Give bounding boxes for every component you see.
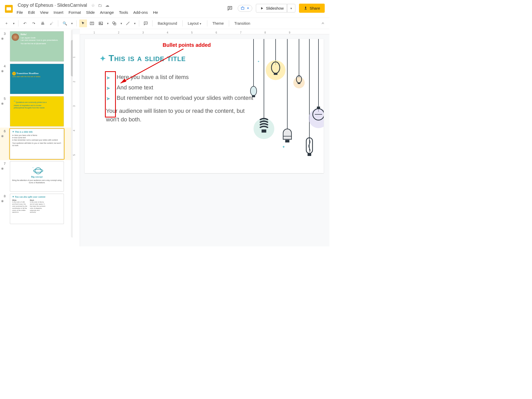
shape-tool[interactable]: [110, 19, 118, 27]
shape-caret[interactable]: ▼: [119, 19, 123, 27]
svg-rect-1: [6, 7, 11, 10]
menu-slide[interactable]: Slide: [86, 10, 95, 15]
slides-logo[interactable]: [3, 3, 15, 15]
undo-button[interactable]: ↶: [21, 19, 29, 27]
svg-point-17: [34, 173, 35, 173]
comments-icon[interactable]: [226, 4, 234, 12]
animation-icon: ◉: [1, 134, 8, 138]
line-caret[interactable]: ▼: [133, 19, 136, 27]
layout-button[interactable]: Layout▼: [185, 21, 204, 25]
canvas-area: 123456789 12345 ✦This is a slide title ➤…: [73, 29, 329, 246]
move-icon[interactable]: 🗀: [98, 3, 102, 8]
svg-text:✦: ✦: [282, 145, 285, 149]
menu-help[interactable]: He: [153, 10, 158, 15]
print-button[interactable]: 🖶: [39, 19, 46, 27]
svg-point-29: [309, 108, 324, 128]
background-button[interactable]: Background: [155, 21, 180, 25]
menu-tools[interactable]: Tools: [119, 10, 128, 15]
animation-icon: ◉: [1, 37, 8, 40]
animation-icon: ◉: [1, 199, 8, 203]
slide-paragraph: Your audience will listen to you or read…: [106, 107, 257, 124]
share-label: Share: [310, 6, 320, 10]
slide-thumbnail[interactable]: Hello! I am Jayden Smith I am here becau…: [10, 31, 64, 62]
thumbnail-row[interactable]: 8 ◉ ✦ You can also split your content Wh…: [0, 193, 73, 225]
svg-point-27: [266, 60, 285, 80]
animation-icon: ◉: [1, 167, 8, 170]
thumb-number: 7: [1, 161, 8, 166]
line-tool[interactable]: [124, 19, 132, 27]
svg-rect-4: [241, 7, 244, 9]
slide-canvas[interactable]: ✦This is a slide title ➤Here you have a …: [85, 39, 324, 173]
thumbnail-panel: 3 ◉ Hello! I am Jayden Smith I am here b…: [0, 29, 73, 246]
app-header: Copy of Ephesus · SlidesCarnival ☆ 🗀 ☁ F…: [0, 0, 329, 18]
svg-rect-41: [308, 153, 311, 156]
thumb-number: 6: [1, 129, 8, 133]
zoom-caret[interactable]: ▼: [70, 19, 74, 27]
lightbulb-decoration: ✦ ✦: [248, 39, 324, 173]
slideshow-button[interactable]: Slideshow: [256, 4, 288, 12]
svg-text:✦: ✦: [257, 60, 260, 63]
slide-thumbnail[interactable]: Big concept Bring the attention of your …: [10, 161, 64, 192]
transition-button[interactable]: Transition: [232, 21, 253, 25]
textbox-tool[interactable]: [88, 19, 96, 27]
svg-rect-34: [262, 129, 266, 133]
document-title[interactable]: Copy of Ephesus · SlidesCarnival: [17, 2, 88, 9]
select-tool[interactable]: [79, 19, 87, 27]
svg-rect-33: [298, 82, 300, 84]
thumb-number: 3: [1, 31, 8, 36]
animation-icon: ◉: [1, 102, 8, 105]
slide-thumbnail-selected[interactable]: ✦ This is a slide title ➤ Here you have …: [10, 129, 64, 159]
sparkle-icon: ✦: [100, 55, 106, 63]
menu-view[interactable]: View: [40, 10, 48, 15]
paint-format-button[interactable]: 🖌: [48, 19, 55, 27]
thumbnail-row[interactable]: 5 ◉ “ Quotations are commonly printed as…: [0, 95, 73, 128]
slide-thumbnail[interactable]: 1 Transition Headline Let's start with t…: [10, 64, 64, 94]
thumb-number: 4: [1, 64, 8, 68]
image-tool[interactable]: [97, 19, 105, 27]
menu-format[interactable]: Format: [69, 10, 81, 15]
menu-insert[interactable]: Insert: [54, 10, 63, 15]
menu-addons[interactable]: Add-ons: [133, 10, 148, 15]
svg-line-18: [121, 49, 183, 83]
new-slide-caret[interactable]: ▼: [11, 19, 16, 27]
share-button[interactable]: Share: [299, 4, 325, 13]
redo-button[interactable]: ↷: [30, 19, 38, 27]
collapse-toolbar-icon[interactable]: ㅅ: [319, 19, 327, 27]
svg-point-16: [33, 167, 33, 168]
svg-marker-19: [121, 79, 126, 83]
slideshow-label: Slideshow: [266, 6, 284, 10]
comment-button[interactable]: [142, 19, 150, 27]
svg-rect-36: [285, 140, 289, 142]
thumb-number: 8: [1, 194, 8, 198]
thumbnail-row[interactable]: 7 ◉ Big concept Bring the attention of y…: [0, 160, 73, 193]
slideshow-caret[interactable]: ▼: [287, 4, 295, 12]
menu-file[interactable]: File: [17, 10, 23, 15]
new-slide-button[interactable]: ＋: [3, 19, 10, 27]
animation-icon: ◉: [1, 69, 8, 73]
toolbar: ＋ ▼ ↶ ↷ 🖶 🖌 🔍 ▼ ▼ ▼ ▼ Background Layout▼…: [0, 18, 329, 29]
svg-rect-5: [305, 9, 307, 10]
cloud-icon[interactable]: ☁: [105, 3, 109, 8]
svg-point-14: [35, 168, 41, 174]
zoom-button[interactable]: 🔍: [61, 19, 69, 27]
image-caret[interactable]: ▼: [106, 19, 109, 27]
menu-bar: File Edit View Insert Format Slide Arran…: [17, 10, 226, 15]
present-mode-button[interactable]: ▼: [238, 5, 252, 12]
svg-line-11: [126, 22, 129, 25]
thumbnail-row[interactable]: 4 ◉ 1 Transition Headline Let's start wi…: [0, 63, 73, 95]
thumb-number: 5: [1, 96, 8, 101]
thumbnail-row[interactable]: 3 ◉ Hello! I am Jayden Smith I am here b…: [0, 30, 73, 63]
theme-button[interactable]: Theme: [210, 21, 227, 25]
slide-thumbnail[interactable]: ✦ You can also split your content White …: [10, 194, 64, 224]
horizontal-ruler: 123456789: [80, 29, 329, 34]
thumbnail-row[interactable]: 6 ◉ ✦ This is a slide title ➤ Here you h…: [0, 128, 73, 160]
slide-thumbnail[interactable]: “ Quotations are commonly printed as a m…: [10, 96, 64, 127]
menu-arrange[interactable]: Arrange: [100, 10, 114, 15]
menu-edit[interactable]: Edit: [28, 10, 35, 15]
vertical-ruler: 12345: [73, 34, 80, 246]
annotation-box: [105, 71, 116, 117]
svg-rect-31: [252, 95, 255, 97]
bullet-text: But remember not to overload your slides…: [117, 94, 253, 102]
star-icon[interactable]: ☆: [91, 3, 95, 8]
svg-rect-39: [317, 107, 320, 109]
